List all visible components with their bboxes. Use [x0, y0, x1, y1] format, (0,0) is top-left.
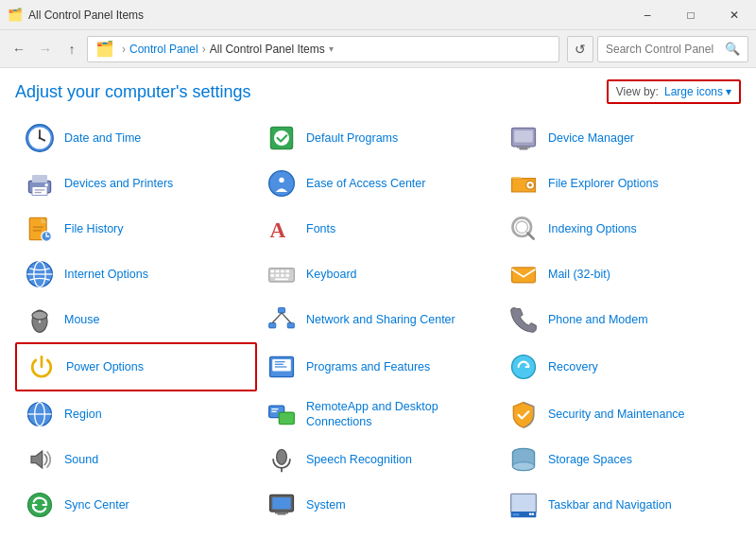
- icon-item-printer[interactable]: Devices and Printers: [15, 161, 257, 206]
- icon-item-storage[interactable]: Storage Spaces: [499, 437, 741, 482]
- icon-label-sound: Sound: [64, 452, 98, 467]
- icon-label-security: Security and Maintenance: [548, 407, 685, 422]
- icon-label-devmgr: Device Manager: [548, 130, 634, 146]
- icon-item-programs[interactable]: Programs and Features: [257, 342, 499, 391]
- folder-opt-icon: [507, 166, 541, 200]
- icon-item-sound[interactable]: Sound: [15, 437, 257, 482]
- icon-item-sync[interactable]: Sync Center: [15, 482, 257, 528]
- breadcrumb-sep1: ›: [122, 43, 126, 56]
- icon-item-folder-opt[interactable]: File Explorer Options: [499, 161, 741, 206]
- content-area: Adjust your computer's settings View by:…: [0, 68, 756, 538]
- svg-line-28: [527, 233, 533, 238]
- main: Adjust your computer's settings View by:…: [0, 68, 756, 538]
- search-box[interactable]: 🔍: [597, 36, 748, 62]
- svg-point-6: [274, 130, 289, 146]
- svg-rect-22: [33, 226, 43, 228]
- search-input[interactable]: [606, 43, 721, 56]
- icon-item-keyboard[interactable]: Keyboard: [257, 252, 499, 297]
- icon-item-speech[interactable]: Speech Recognition: [257, 437, 499, 482]
- svg-rect-48: [287, 323, 294, 328]
- svg-rect-13: [32, 187, 47, 196]
- icon-item-region[interactable]: Region: [15, 391, 257, 437]
- refresh-button[interactable]: ↺: [567, 36, 593, 62]
- icon-item-remote[interactable]: RemoteApp and Desktop Connections: [257, 391, 499, 437]
- icon-label-speech: Speech Recognition: [306, 452, 412, 467]
- address-box-right: ↺: [567, 36, 593, 62]
- icon-label-internet: Internet Options: [64, 267, 148, 282]
- icon-item-internet[interactable]: Internet Options: [15, 252, 257, 297]
- svg-rect-39: [281, 274, 284, 277]
- icon-label-mouse: Mouse: [64, 312, 100, 327]
- icon-item-clock[interactable]: Date and Time: [15, 115, 257, 161]
- icon-label-ease: Ease of Access Center: [306, 176, 425, 191]
- close-button[interactable]: ✕: [713, 0, 756, 30]
- taskbar-icon: [507, 488, 541, 522]
- titlebar-controls: – □ ✕: [626, 0, 756, 30]
- svg-point-76: [531, 512, 534, 515]
- icon-label-indexing: Indexing Options: [548, 221, 637, 236]
- view-by-control[interactable]: View by: Large icons ▾: [607, 79, 741, 104]
- icon-item-mail[interactable]: Mail (32-bit): [499, 252, 741, 297]
- svg-point-4: [39, 137, 42, 140]
- svg-rect-52: [272, 359, 291, 371]
- icon-label-clock: Date and Time: [64, 130, 141, 146]
- breadcrumb-control-panel[interactable]: Control Panel: [129, 43, 198, 56]
- icon-item-indexing[interactable]: Indexing Options: [499, 206, 741, 252]
- forward-button[interactable]: →: [34, 38, 57, 61]
- icon-item-network[interactable]: Network and Sharing Center: [257, 297, 499, 342]
- back-button[interactable]: ←: [8, 38, 30, 61]
- icon-item-filehistory[interactable]: File History: [15, 206, 257, 252]
- svg-rect-41: [275, 278, 288, 280]
- icon-item-power[interactable]: Power Options: [15, 342, 257, 391]
- speech-icon: [265, 443, 299, 477]
- minimize-button[interactable]: –: [626, 0, 669, 30]
- svg-rect-35: [281, 270, 284, 273]
- icon-item-mouse[interactable]: Mouse: [15, 297, 257, 342]
- svg-rect-75: [512, 513, 519, 516]
- icon-item-devmgr[interactable]: Device Manager: [499, 115, 741, 161]
- network-icon: [265, 303, 299, 337]
- maximize-button[interactable]: □: [669, 0, 713, 30]
- titlebar-left: 🗂️ All Control Panel Items: [8, 8, 144, 22]
- view-by-value-text: Large icons: [664, 85, 723, 98]
- icon-label-folder-opt: File Explorer Options: [548, 176, 659, 191]
- svg-rect-10: [517, 147, 530, 148]
- icon-item-fonts[interactable]: AFonts: [257, 206, 499, 252]
- printer-icon: [23, 166, 57, 200]
- view-by-label: View by:: [616, 85, 659, 98]
- keyboard-icon: [265, 257, 299, 291]
- icon-label-storage: Storage Spaces: [548, 452, 632, 467]
- mail-icon: [507, 257, 541, 291]
- svg-rect-38: [276, 274, 280, 277]
- icon-item-recovery[interactable]: Recovery: [499, 342, 741, 391]
- svg-rect-8: [514, 130, 533, 142]
- icon-label-region: Region: [64, 407, 102, 422]
- icon-item-taskbar[interactable]: Taskbar and Navigation: [499, 482, 741, 528]
- view-by-value[interactable]: Large icons ▾: [664, 85, 731, 98]
- svg-line-50: [282, 313, 291, 323]
- page-title: Adjust your computer's settings: [15, 82, 251, 102]
- svg-rect-15: [35, 192, 42, 193]
- icon-item-system[interactable]: System: [257, 482, 499, 528]
- sync-icon: [23, 488, 57, 522]
- titlebar-title: All Control Panel Items: [28, 9, 144, 22]
- svg-point-17: [269, 171, 295, 197]
- internet-icon: [23, 257, 57, 291]
- icon-item-security[interactable]: Security and Maintenance: [499, 391, 741, 437]
- svg-point-20: [528, 183, 532, 187]
- address-box[interactable]: 🗂️ › Control Panel › All Control Panel I…: [87, 36, 559, 62]
- up-button[interactable]: ↑: [60, 38, 83, 61]
- svg-rect-33: [270, 270, 274, 273]
- titlebar: 🗂️ All Control Panel Items – □ ✕: [0, 0, 756, 30]
- icon-label-filehistory: File History: [64, 221, 124, 236]
- svg-text:A: A: [270, 217, 286, 242]
- icon-item-phone[interactable]: Phone and Modem: [499, 297, 741, 342]
- svg-point-56: [512, 356, 536, 379]
- svg-point-68: [28, 494, 52, 517]
- icon-label-power: Power Options: [66, 359, 144, 374]
- default-icon: [265, 121, 299, 155]
- svg-point-77: [529, 512, 532, 515]
- icon-item-ease[interactable]: Ease of Access Center: [257, 161, 499, 206]
- security-icon: [507, 397, 541, 431]
- icon-item-default[interactable]: Default Programs: [257, 115, 499, 161]
